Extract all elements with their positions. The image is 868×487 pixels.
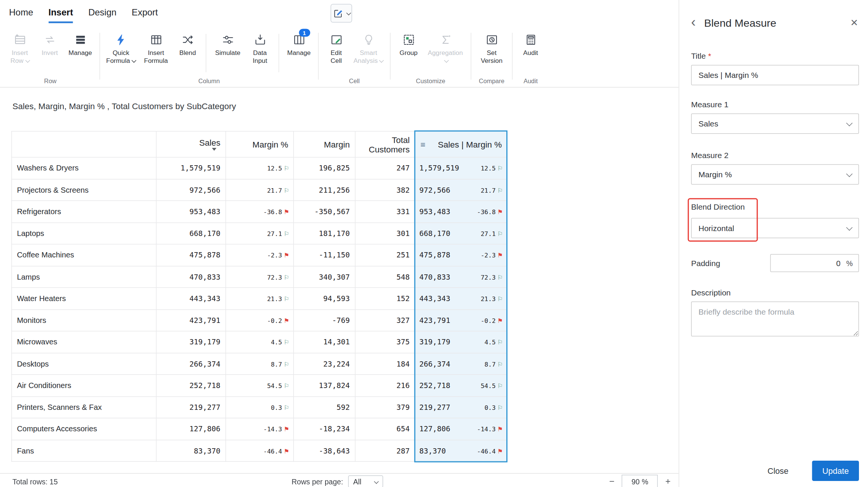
blend-cell[interactable]: 1,579,51912.5⚐ (415, 157, 507, 179)
column-header-total-customers[interactable]: Total Customers (355, 131, 415, 157)
customers-cell[interactable]: 548 (355, 266, 415, 288)
margin-pct-cell[interactable]: 0.3⚐ (226, 396, 293, 418)
customers-cell[interactable]: 247 (355, 157, 415, 179)
margin-pct-cell[interactable]: 27.1⚐ (226, 222, 293, 244)
row-label-cell[interactable]: Printers, Scanners & Fax (12, 396, 156, 418)
ribbon-blend-button[interactable]: Blend (175, 32, 201, 57)
margin-pct-cell[interactable]: 72.3⚐ (226, 266, 293, 288)
blend-cell[interactable]: 423,791-0.2⚑ (415, 309, 507, 331)
measure2-select[interactable]: Margin % (691, 164, 859, 185)
customers-cell[interactable]: 287 (355, 440, 415, 462)
sales-cell[interactable]: 475,878 (156, 244, 226, 266)
title-input[interactable] (691, 65, 859, 85)
ribbon-insert-formula-button[interactable]: InsertFormula (140, 32, 173, 65)
sales-cell[interactable]: 443,343 (156, 288, 226, 309)
ribbon-edit-cell-button[interactable]: EditCell (323, 32, 349, 65)
row-label-cell[interactable]: Computers Accessories (12, 418, 156, 440)
close-panel-button[interactable]: × (851, 18, 858, 28)
margin-cell[interactable]: -18,234 (293, 418, 355, 440)
blend-cell[interactable]: 443,34321.3⚐ (415, 288, 507, 309)
column-header-margin-pct[interactable]: Margin % (226, 131, 293, 157)
blend-cell[interactable]: 953,483-36.8⚑ (415, 201, 507, 222)
blend-cell[interactable]: 83,370-46.4⚑ (415, 440, 507, 462)
measure1-select[interactable]: Sales (691, 114, 859, 134)
column-header-rowlabels[interactable] (12, 131, 156, 157)
margin-cell[interactable]: 137,824 (293, 374, 355, 396)
row-label-cell[interactable]: Coffee Machines (12, 244, 156, 266)
sales-cell[interactable]: 1,579,519 (156, 157, 226, 179)
blend-cell[interactable]: 668,17027.1⚐ (415, 222, 507, 244)
margin-cell[interactable]: 592 (293, 396, 355, 418)
customers-cell[interactable]: 382 (355, 179, 415, 201)
sales-cell[interactable]: 470,833 (156, 266, 226, 288)
ribbon-group-button[interactable]: Group (395, 32, 422, 57)
column-header-sales-margin-blend[interactable]: ≡Sales | Margin % (415, 131, 507, 157)
margin-pct-cell[interactable]: 12.5⚐ (226, 157, 293, 179)
margin-cell[interactable]: -11,150 (293, 244, 355, 266)
sales-cell[interactable]: 252,718 (156, 374, 226, 396)
customers-cell[interactable]: 251 (355, 244, 415, 266)
zoom-level[interactable]: 90 % (622, 475, 658, 487)
margin-pct-cell[interactable]: 54.5⚐ (226, 374, 293, 396)
zoom-in-button[interactable]: + (665, 476, 671, 487)
blend-cell[interactable]: 219,2770.3⚐ (415, 396, 507, 418)
ribbon-set-version-button[interactable]: SetVersion (476, 32, 507, 65)
row-label-cell[interactable]: Water Heaters (12, 288, 156, 309)
ribbon-data-input-button[interactable]: DataInput (246, 32, 274, 65)
margin-pct-cell[interactable]: -14.3⚑ (226, 418, 293, 440)
row-label-cell[interactable]: Air Conditioners (12, 374, 156, 396)
customers-cell[interactable]: 152 (355, 288, 415, 309)
customers-cell[interactable]: 331 (355, 201, 415, 222)
zoom-out-button[interactable]: − (609, 476, 614, 487)
customers-cell[interactable]: 216 (355, 374, 415, 396)
sales-cell[interactable]: 127,806 (156, 418, 226, 440)
row-label-cell[interactable]: Microwaves (12, 331, 156, 353)
margin-pct-cell[interactable]: 21.7⚐ (226, 179, 293, 201)
blend-cell[interactable]: 127,806-14.3⚑ (415, 418, 507, 440)
customers-cell[interactable]: 327 (355, 309, 415, 331)
margin-cell[interactable]: -38,643 (293, 440, 355, 462)
margin-cell[interactable]: -769 (293, 309, 355, 331)
padding-input-box[interactable]: % (770, 254, 859, 272)
margin-pct-cell[interactable]: 8.7⚐ (226, 353, 293, 375)
margin-cell[interactable]: 181,170 (293, 222, 355, 244)
customers-cell[interactable]: 375 (355, 331, 415, 353)
row-label-cell[interactable]: Fans (12, 440, 156, 462)
margin-cell[interactable]: 94,593 (293, 288, 355, 309)
margin-pct-cell[interactable]: -0.2⚑ (226, 309, 293, 331)
blend-cell[interactable]: 470,83372.3⚐ (415, 266, 507, 288)
customers-cell[interactable]: 301 (355, 222, 415, 244)
close-button[interactable]: Close (758, 461, 798, 481)
tab-export[interactable]: Export (132, 8, 158, 23)
margin-cell[interactable]: 196,825 (293, 157, 355, 179)
update-button[interactable]: Update (812, 461, 859, 481)
rows-per-page-select[interactable]: All (348, 475, 383, 487)
margin-cell[interactable]: 14,301 (293, 331, 355, 353)
blend-cell[interactable]: 319,1794.5⚐ (415, 331, 507, 353)
description-textarea[interactable] (691, 301, 859, 336)
sales-cell[interactable]: 83,370 (156, 440, 226, 462)
row-label-cell[interactable]: Monitors (12, 309, 156, 331)
margin-pct-cell[interactable]: -36.8⚑ (226, 201, 293, 222)
sales-cell[interactable]: 319,179 (156, 331, 226, 353)
customers-cell[interactable]: 379 (355, 396, 415, 418)
row-label-cell[interactable]: Projectors & Screens (12, 179, 156, 201)
sales-cell[interactable]: 953,483 (156, 201, 226, 222)
edit-view-button[interactable] (331, 4, 352, 23)
sales-cell[interactable]: 972,566 (156, 179, 226, 201)
margin-cell[interactable]: 211,256 (293, 179, 355, 201)
ribbon-quick-formula-button[interactable]: QuickFormula (105, 32, 138, 65)
sales-cell[interactable]: 423,791 (156, 309, 226, 331)
row-label-cell[interactable]: Desktops (12, 353, 156, 375)
customers-cell[interactable]: 654 (355, 418, 415, 440)
row-label-cell[interactable]: Washers & Dryers (12, 157, 156, 179)
blend-cell[interactable]: 266,3748.7⚐ (415, 353, 507, 375)
blend-direction-select[interactable]: Horizontal (691, 218, 859, 238)
ribbon-manage-rows-button[interactable]: Manage (66, 32, 95, 57)
margin-cell[interactable]: 340,307 (293, 266, 355, 288)
margin-pct-cell[interactable]: -2.3⚑ (226, 244, 293, 266)
column-header-sales[interactable]: Sales (156, 131, 226, 157)
margin-pct-cell[interactable]: 4.5⚐ (226, 331, 293, 353)
ribbon-manage-columns-button[interactable]: 1Manage (284, 32, 314, 57)
blend-cell[interactable]: 475,878-2.3⚑ (415, 244, 507, 266)
